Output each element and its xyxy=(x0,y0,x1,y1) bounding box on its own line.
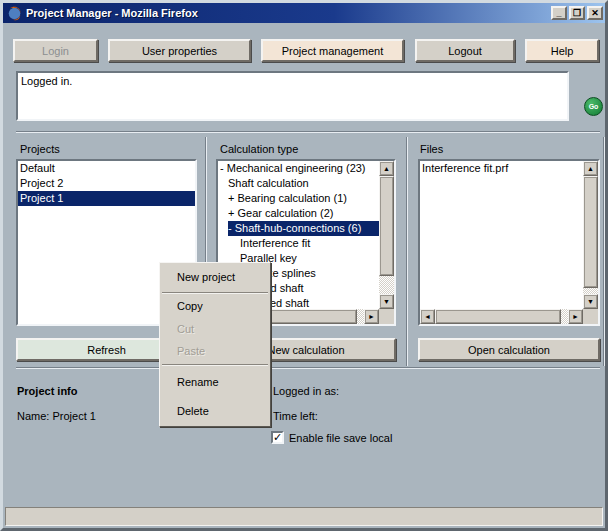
menu-separator xyxy=(162,364,268,366)
scroll-up-button[interactable]: ▲ xyxy=(379,161,394,176)
list-item[interactable]: Default xyxy=(18,161,195,176)
menu-item-cut: Cut xyxy=(160,318,270,340)
logged-in-as-label: Logged in as: xyxy=(273,385,339,397)
go-button[interactable]: Go xyxy=(584,97,603,116)
scroll-right-button[interactable]: ► xyxy=(364,309,379,324)
scrollbar-thumb[interactable] xyxy=(583,176,598,288)
list-item-selected[interactable]: Project 1 xyxy=(18,191,195,206)
checkbox-label: Enable file save local xyxy=(289,432,392,444)
status-bar xyxy=(5,507,603,526)
list-item[interactable]: Project 2 xyxy=(18,176,195,191)
scroll-down-button[interactable]: ▼ xyxy=(583,294,598,309)
menu-item-rename[interactable]: Rename xyxy=(160,367,270,397)
firefox-icon xyxy=(7,6,22,21)
divider xyxy=(16,367,600,368)
titlebar[interactable]: Project Manager - Mozilla Firefox _ ❐ ✕ xyxy=(3,3,605,23)
message-output[interactable]: Logged in. xyxy=(16,71,569,121)
divider xyxy=(603,137,604,366)
tree-item[interactable]: + Gear calculation (2) xyxy=(228,206,379,221)
project-name-text: Name: Project 1 xyxy=(17,410,96,422)
tree-item-selected[interactable]: - Shaft-hub-connections (6) xyxy=(228,221,379,236)
menu-item-copy[interactable]: Copy xyxy=(160,295,270,318)
files-label: Files xyxy=(420,143,443,155)
scroll-down-button[interactable]: ▼ xyxy=(379,294,394,309)
tree-item[interactable]: Interference fit xyxy=(240,236,379,251)
maximize-button[interactable]: ❐ xyxy=(569,6,585,20)
tree-item[interactable]: Shaft calculation xyxy=(228,176,379,191)
logout-button[interactable]: Logout xyxy=(415,39,515,62)
time-left-label: Time left: xyxy=(273,410,318,422)
scrollbar-thumb[interactable] xyxy=(435,309,561,324)
divider xyxy=(16,131,600,132)
calculation-type-label: Calculation type xyxy=(220,143,298,155)
divider xyxy=(406,137,407,366)
scroll-right-button[interactable]: ► xyxy=(568,309,583,324)
checkmark-icon: ✓ xyxy=(273,431,282,443)
files-list: Interference fit.prf ▲ ▼ ◄ ► xyxy=(418,159,600,326)
user-properties-button[interactable]: User properties xyxy=(108,39,251,62)
menu-separator xyxy=(162,292,268,294)
menu-item-new-project[interactable]: New project xyxy=(160,264,270,291)
scrollbar-corner xyxy=(583,309,598,324)
project-management-button[interactable]: Project management xyxy=(261,39,404,62)
scrollbar-track[interactable]: ◄ ► xyxy=(420,309,583,324)
projects-label: Projects xyxy=(20,143,60,155)
scrollbar-track[interactable]: ▲ ▼ xyxy=(379,161,394,309)
project-manager-window: Project Manager - Mozilla Firefox _ ❐ ✕ … xyxy=(0,0,608,531)
close-button[interactable]: ✕ xyxy=(587,6,603,20)
scroll-left-button[interactable]: ◄ xyxy=(420,309,435,324)
scrollbar-thumb[interactable] xyxy=(379,176,394,276)
menu-item-paste: Paste xyxy=(160,340,270,363)
open-calculation-button[interactable]: Open calculation xyxy=(418,338,600,361)
tree-item[interactable]: + Bearing calculation (1) xyxy=(228,191,379,206)
file-save-checkbox[interactable]: ✓ xyxy=(271,431,284,444)
window-title: Project Manager - Mozilla Firefox xyxy=(26,7,549,19)
help-button[interactable]: Help xyxy=(525,39,599,62)
scrollbar-track[interactable]: ▲ ▼ xyxy=(583,161,598,309)
project-info-heading: Project info xyxy=(17,385,78,397)
minimize-button[interactable]: _ xyxy=(551,6,567,20)
menu-item-delete[interactable]: Delete xyxy=(160,397,270,425)
scroll-up-button[interactable]: ▲ xyxy=(583,161,598,176)
context-menu: New project Copy Cut Paste Rename Delete xyxy=(159,262,271,427)
tree-item[interactable]: - Mechanical engineering (23) xyxy=(220,161,379,176)
list-item[interactable]: Interference fit.prf xyxy=(420,161,583,176)
scrollbar-corner xyxy=(379,309,394,324)
login-button: Login xyxy=(13,39,98,62)
